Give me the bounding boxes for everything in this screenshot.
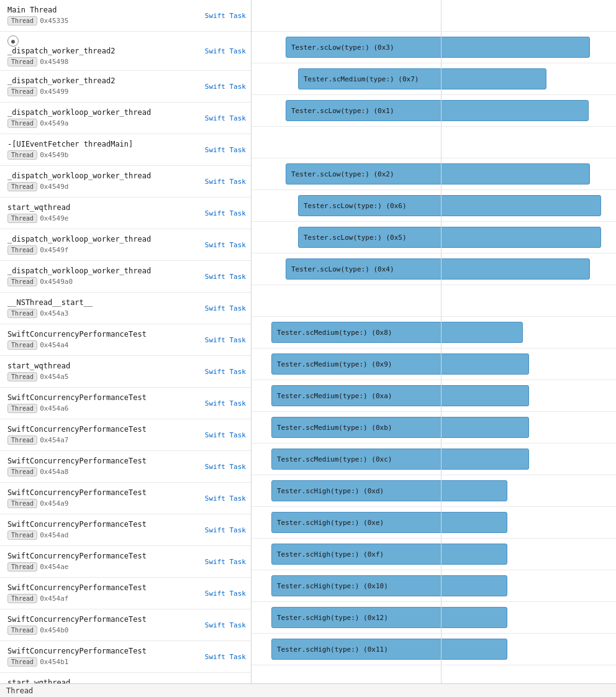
thread-row: SwiftConcurrencyPerformanceTest Thread 0… (0, 483, 251, 514)
thread-row: _dispatch_workloop_worker_thread Thread … (0, 102, 251, 134)
thread-row: Main Thread Thread 0x45335 Swift Task (0, 0, 251, 32)
swift-task-label[interactable]: Swift Task (200, 368, 246, 376)
track-row: Tester.scLow(type:) (0x1) (251, 95, 616, 127)
task-bar[interactable]: Tester.scLow(type:) (0x4) (286, 258, 590, 280)
swift-task-label[interactable]: Swift Task (200, 590, 246, 598)
thread-badge: Thread (7, 309, 37, 318)
thread-badge: Thread (7, 16, 37, 25)
swift-task-label[interactable]: Swift Task (200, 146, 246, 154)
task-bar[interactable]: Tester.scHigh(type:) (0x12) (271, 607, 507, 628)
thread-badge: Thread (7, 119, 37, 128)
thread-meta: Thread 0x454a5 (7, 372, 200, 381)
swift-task-label[interactable]: Swift Task (200, 431, 246, 439)
swift-task-label[interactable]: Swift Task (200, 12, 246, 20)
swift-task-label[interactable]: Swift Task (200, 494, 246, 503)
task-bar[interactable]: Tester.scMedium(type:) (0xa) (271, 385, 529, 406)
track-row: Tester.scMedium(type:) (0x9) (251, 348, 616, 380)
task-bar[interactable]: Tester.scHigh(type:) (0xe) (271, 512, 507, 533)
thread-addr: 0x4549b (40, 151, 68, 159)
thread-row: SwiftConcurrencyPerformanceTest Thread 0… (0, 641, 251, 673)
thread-name: SwiftConcurrencyPerformanceTest (7, 330, 200, 339)
thread-meta: Thread 0x4549b (7, 150, 200, 160)
swift-task-label[interactable]: Swift Task (200, 178, 246, 186)
thread-meta: Thread 0x454a4 (7, 340, 200, 350)
thread-expand-btn[interactable]: ● (7, 35, 19, 47)
task-bar[interactable]: Tester.scMedium(type:) (0x7) (298, 68, 546, 89)
thread-info: start_wqthread Thread 0x4549e (7, 203, 200, 223)
thread-addr: 0x4549f (40, 246, 68, 254)
task-bar[interactable]: Tester.scLow(type:) (0x1) (286, 100, 589, 121)
thread-badge: Thread (7, 657, 37, 667)
thread-badge: Thread (7, 340, 37, 350)
track-row: Tester.scHigh(type:) (0x11) (251, 634, 616, 665)
thread-row: SwiftConcurrencyPerformanceTest Thread 0… (0, 578, 251, 609)
thread-meta: Thread 0x454ad (7, 531, 200, 540)
task-bar[interactable]: Tester.scHigh(type:) (0xd) (271, 480, 507, 501)
thread-name: _dispatch_worker_thread2 (7, 47, 200, 55)
swift-task-label[interactable]: Swift Task (200, 463, 246, 471)
thread-addr: 0x454af (40, 594, 68, 603)
thread-meta: Thread 0x454a6 (7, 404, 200, 413)
swift-task-label[interactable]: Swift Task (200, 558, 246, 566)
swift-task-label[interactable]: Swift Task (200, 47, 246, 55)
swift-task-label[interactable]: Swift Task (200, 336, 246, 344)
thread-row: SwiftConcurrencyPerformanceTest Thread 0… (0, 546, 251, 578)
swift-task-label[interactable]: Swift Task (200, 653, 246, 661)
thread-name: start_wqthread (7, 203, 200, 212)
swift-task-label[interactable]: Swift Task (200, 621, 246, 629)
thread-name: SwiftConcurrencyPerformanceTest (7, 583, 200, 592)
task-bar[interactable]: Tester.scMedium(type:) (0x9) (271, 353, 529, 375)
swift-task-label[interactable]: Swift Task (200, 273, 246, 281)
thread-addr: 0x4549d (40, 183, 68, 191)
task-bar[interactable]: Tester.scHigh(type:) (0x10) (271, 575, 507, 596)
thread-row: SwiftConcurrencyPerformanceTest Thread 0… (0, 419, 251, 451)
thread-name: SwiftConcurrencyPerformanceTest (7, 552, 200, 560)
swift-task-label[interactable]: Swift Task (200, 304, 246, 312)
thread-info: SwiftConcurrencyPerformanceTest Thread 0… (7, 647, 200, 667)
thread-badge: Thread (7, 467, 37, 476)
thread-name: _dispatch_worker_thread2 (7, 76, 200, 85)
swift-task-label[interactable]: Swift Task (200, 83, 246, 91)
thread-row: SwiftConcurrencyPerformanceTest Thread 0… (0, 514, 251, 546)
footer-bar: Thread (0, 683, 616, 697)
task-bar[interactable]: Tester.scHigh(type:) (0xf) (271, 544, 507, 565)
task-bar[interactable]: Tester.scLow(type:) (0x3) (286, 37, 590, 58)
task-bar[interactable]: Tester.scLow(type:) (0x6) (298, 195, 601, 216)
thread-name: SwiftConcurrencyPerformanceTest (7, 457, 200, 465)
thread-addr: 0x454a9 (40, 499, 68, 508)
thread-meta: Thread 0x45499 (7, 87, 200, 96)
thread-addr: 0x454b1 (40, 658, 68, 666)
thread-row: SwiftConcurrencyPerformanceTest Thread 0… (0, 609, 251, 641)
thread-info: SwiftConcurrencyPerformanceTest Thread 0… (7, 393, 200, 413)
thread-info: _dispatch_workloop_worker_thread Thread … (7, 108, 200, 128)
task-bar[interactable]: Tester.scMedium(type:) (0xc) (271, 449, 529, 470)
thread-name: SwiftConcurrencyPerformanceTest (7, 615, 200, 624)
thread-name: SwiftConcurrencyPerformanceTest (7, 520, 200, 529)
thread-info: SwiftConcurrencyPerformanceTest Thread 0… (7, 425, 200, 445)
task-bar[interactable]: Tester.scMedium(type:) (0x8) (271, 322, 523, 343)
thread-name: Main Thread (7, 6, 200, 14)
thread-badge: Thread (7, 435, 37, 445)
task-bar[interactable]: Tester.scLow(type:) (0x2) (286, 163, 590, 184)
task-bar[interactable]: Tester.scHigh(type:) (0x11) (271, 639, 507, 660)
thread-name: SwiftConcurrencyPerformanceTest (7, 393, 200, 402)
track-row: Tester.scMedium(type:) (0xa) (251, 380, 616, 412)
task-bar[interactable]: Tester.scMedium(type:) (0xb) (271, 417, 529, 438)
track-row (251, 127, 616, 158)
swift-task-label[interactable]: Swift Task (200, 114, 246, 122)
thread-badge: Thread (7, 245, 37, 255)
task-bar[interactable]: Tester.scLow(type:) (0x5) (298, 227, 601, 248)
thread-meta: Thread 0x454a8 (7, 467, 200, 476)
thread-addr: 0x4549a0 (40, 278, 73, 286)
track-row (251, 0, 616, 32)
thread-row: SwiftConcurrencyPerformanceTest Thread 0… (0, 324, 251, 356)
thread-row: _dispatch_workloop_worker_thread Thread … (0, 229, 251, 261)
swift-task-label[interactable]: Swift Task (200, 241, 246, 249)
track-row: Tester.scLow(type:) (0x2) (251, 158, 616, 190)
track-row: Tester.scMedium(type:) (0x7) (251, 63, 616, 95)
thread-addr: 0x45499 (40, 88, 68, 96)
swift-task-label[interactable]: Swift Task (200, 399, 246, 408)
swift-task-label[interactable]: Swift Task (200, 209, 246, 217)
thread-info: _dispatch_workloop_worker_thread Thread … (7, 235, 200, 255)
swift-task-label[interactable]: Swift Task (200, 526, 246, 534)
